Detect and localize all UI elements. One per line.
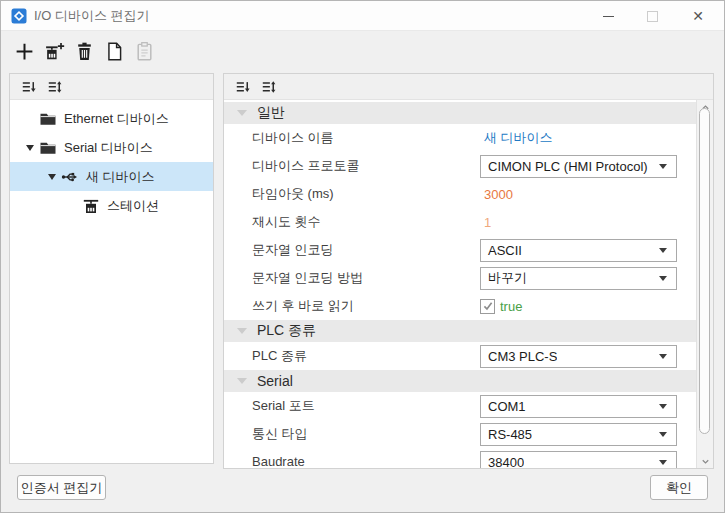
add-station-icon bbox=[44, 41, 65, 62]
expand-all-icon bbox=[261, 79, 277, 95]
tree-item-station[interactable]: 스테이션 bbox=[10, 191, 213, 220]
station-icon bbox=[82, 197, 100, 215]
property-label: PLC 종류 bbox=[252, 342, 307, 370]
add-station-button[interactable] bbox=[41, 37, 67, 65]
close-button[interactable]: ✕ bbox=[676, 1, 720, 31]
tree-panel-header bbox=[10, 74, 213, 100]
dropdown-value: RS-485 bbox=[481, 427, 532, 442]
retry-count-value[interactable]: 1 bbox=[480, 215, 491, 230]
string-encoding-dropdown[interactable]: ASCII bbox=[480, 239, 677, 262]
dropdown-arrow-icon bbox=[659, 404, 667, 409]
section-header-2[interactable]: Serial bbox=[224, 370, 696, 392]
property-row-string-encoding-method: 문자열 인코딩 방법바꾸기 bbox=[224, 264, 696, 292]
property-value: 3000 bbox=[480, 180, 677, 208]
serial-port-dropdown[interactable]: COM1 bbox=[480, 395, 677, 418]
read-after-write-checkbox[interactable] bbox=[480, 299, 495, 314]
dropdown-value: 바꾸기 bbox=[481, 269, 527, 287]
collapse-all-icon bbox=[235, 79, 251, 95]
expander-spacer bbox=[22, 111, 37, 126]
property-row-retry-count: 재시도 횟수1 bbox=[224, 208, 696, 236]
tree-item-serial-devices[interactable]: Serial 디바이스 bbox=[10, 133, 213, 162]
property-label: 쓰기 후 바로 읽기 bbox=[252, 292, 354, 320]
scrollbar-thumb[interactable] bbox=[699, 108, 710, 434]
dropdown-value: COM1 bbox=[481, 399, 526, 414]
property-label: 디바이스 프로토콜 bbox=[252, 152, 360, 180]
title-bar: I/O 디바이스 편집기 ✕ bbox=[1, 1, 724, 31]
add-device-icon bbox=[14, 41, 35, 62]
section-title: Serial bbox=[257, 373, 293, 389]
property-rows: 일반디바이스 이름새 디바이스디바이스 프로토콜CIMON PLC (HMI P… bbox=[224, 100, 696, 468]
property-row-plc-type: PLC 종류CM3 PLC-S bbox=[224, 342, 696, 370]
tree-item-label: Ethernet 디바이스 bbox=[64, 110, 169, 128]
baudrate-dropdown[interactable]: 38400 bbox=[480, 451, 677, 469]
property-value: ASCII bbox=[480, 236, 677, 264]
property-row-baudrate: Baudrate38400 bbox=[224, 448, 696, 468]
scroll-down-button[interactable] bbox=[697, 454, 713, 468]
ok-button[interactable]: 확인 bbox=[650, 475, 708, 500]
property-value: 1 bbox=[480, 208, 677, 236]
read-after-write-value: true bbox=[500, 299, 522, 314]
string-encoding-method-dropdown[interactable]: 바꾸기 bbox=[480, 267, 677, 290]
dropdown-arrow-icon bbox=[659, 276, 667, 281]
dropdown-arrow-icon bbox=[659, 460, 667, 465]
window-title: I/O 디바이스 편집기 bbox=[34, 1, 150, 31]
expander-icon[interactable] bbox=[22, 140, 37, 155]
property-label: 통신 타입 bbox=[252, 420, 308, 448]
property-value: 바꾸기 bbox=[480, 264, 677, 292]
device-tree-panel: Ethernet 디바이스Serial 디바이스새 디바이스스테이션 bbox=[9, 73, 214, 464]
copy-button[interactable] bbox=[101, 37, 127, 65]
device-name-value[interactable]: 새 디바이스 bbox=[480, 129, 553, 147]
property-row-comm-type: 통신 타입RS-485 bbox=[224, 420, 696, 448]
property-grid: 일반디바이스 이름새 디바이스디바이스 프로토콜CIMON PLC (HMI P… bbox=[224, 100, 696, 468]
expand-all-button[interactable] bbox=[45, 77, 65, 97]
tree-item-label: 새 디바이스 bbox=[86, 168, 155, 186]
vertical-scrollbar[interactable] bbox=[696, 100, 713, 468]
property-label: Serial 포트 bbox=[252, 392, 315, 420]
tree-item-new-device[interactable]: 새 디바이스 bbox=[10, 162, 213, 191]
property-value: CM3 PLC-S bbox=[480, 342, 677, 370]
toolbar bbox=[11, 37, 157, 67]
section-header-0[interactable]: 일반 bbox=[224, 102, 696, 124]
collapse-all-button[interactable] bbox=[233, 77, 253, 97]
delete-button[interactable] bbox=[71, 37, 97, 65]
timeout-ms-value[interactable]: 3000 bbox=[480, 187, 513, 202]
property-label: Baudrate bbox=[252, 448, 305, 468]
section-collapse-icon bbox=[237, 378, 247, 384]
copy-icon bbox=[104, 41, 125, 62]
maximize-button[interactable] bbox=[630, 1, 674, 31]
tree-item-ethernet-devices[interactable]: Ethernet 디바이스 bbox=[10, 104, 213, 133]
check-icon bbox=[482, 300, 494, 312]
dropdown-arrow-icon bbox=[659, 432, 667, 437]
property-value: 38400 bbox=[480, 448, 677, 468]
expand-all-icon bbox=[47, 79, 63, 95]
section-header-1[interactable]: PLC 종류 bbox=[224, 320, 696, 342]
device-tree: Ethernet 디바이스Serial 디바이스새 디바이스스테이션 bbox=[10, 100, 213, 463]
property-label: 디바이스 이름 bbox=[252, 124, 334, 152]
io-device-editor-window: I/O 디바이스 편집기 ✕ Ethernet 디바이스Serial 디바이스새… bbox=[0, 0, 725, 513]
expander-spacer bbox=[65, 198, 80, 213]
collapse-all-button[interactable] bbox=[19, 77, 39, 97]
dropdown-arrow-icon bbox=[659, 164, 667, 169]
section-title: PLC 종류 bbox=[257, 322, 316, 340]
property-label: 문자열 인코딩 방법 bbox=[252, 264, 363, 292]
plc-type-dropdown[interactable]: CM3 PLC-S bbox=[480, 345, 677, 368]
device-protocol-dropdown[interactable]: CIMON PLC (HMI Protocol) bbox=[480, 155, 677, 178]
section-collapse-icon bbox=[237, 328, 247, 334]
property-value: true bbox=[480, 292, 677, 320]
property-label: 타임아웃 (ms) bbox=[252, 180, 334, 208]
dropdown-value: 38400 bbox=[481, 455, 524, 469]
section-title: 일반 bbox=[257, 104, 285, 122]
property-value: CIMON PLC (HMI Protocol) bbox=[480, 152, 677, 180]
certificate-editor-button[interactable]: 인증서 편집기 bbox=[17, 475, 106, 500]
expand-all-button[interactable] bbox=[259, 77, 279, 97]
property-label: 문자열 인코딩 bbox=[252, 236, 334, 264]
tree-item-label: Serial 디바이스 bbox=[64, 139, 153, 157]
expander-icon[interactable] bbox=[44, 169, 59, 184]
minimize-button[interactable] bbox=[586, 1, 630, 31]
property-row-serial-port: Serial 포트COM1 bbox=[224, 392, 696, 420]
add-device-button[interactable] bbox=[11, 37, 37, 65]
comm-type-dropdown[interactable]: RS-485 bbox=[480, 423, 677, 446]
dropdown-arrow-icon bbox=[659, 354, 667, 359]
app-logo-icon bbox=[11, 8, 27, 24]
paste-button bbox=[131, 37, 157, 65]
